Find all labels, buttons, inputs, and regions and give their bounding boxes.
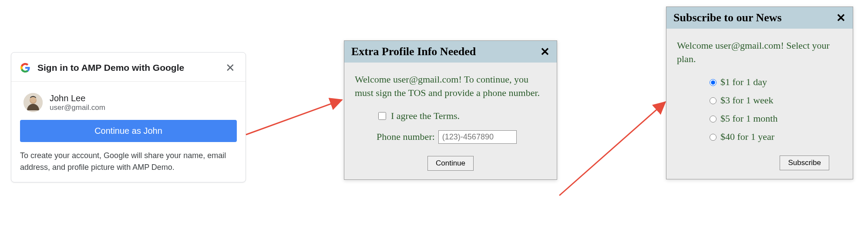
plan-option: $3 for 1 week — [707, 95, 842, 106]
avatar — [24, 93, 43, 112]
svg-line-3 — [246, 100, 342, 135]
google-signin-title: Sign in to AMP Demo with Google — [37, 63, 224, 73]
svg-line-4 — [559, 102, 665, 195]
close-icon[interactable]: ✕ — [540, 46, 550, 57]
plan-label: $3 for 1 week — [720, 95, 774, 106]
profile-dialog-header: Extra Profile Info Needed ✕ — [344, 41, 557, 63]
continue-as-button[interactable]: Continue as John — [20, 120, 237, 142]
profile-welcome-text: Welcome user@gmail.com! To continue, you… — [355, 73, 546, 100]
agree-terms-row: I agree the Terms. — [377, 110, 546, 122]
plan-option: $40 for 1 year — [707, 131, 842, 142]
phone-row: Phone number: — [377, 130, 546, 144]
user-account-row[interactable]: John Lee user@gmail.com — [20, 89, 237, 120]
subscribe-dialog-header: Subscribe to our News ✕ — [666, 7, 853, 29]
plan-option: $5 for 1 month — [707, 113, 842, 124]
user-email: user@gmail.com — [50, 103, 105, 112]
plan-option: $1 for 1 day — [707, 76, 842, 88]
close-icon[interactable]: ✕ — [224, 60, 237, 75]
user-name: John Lee — [50, 93, 105, 103]
continue-button[interactable]: Continue — [427, 156, 474, 171]
phone-input[interactable] — [438, 130, 517, 144]
plan-radio[interactable] — [710, 97, 717, 104]
google-disclaimer: To create your account, Google will shar… — [20, 150, 237, 173]
phone-label: Phone number: — [377, 131, 435, 142]
agree-terms-checkbox[interactable] — [378, 112, 386, 120]
plan-radio[interactable] — [710, 134, 717, 141]
google-signin-card: Sign in to AMP Demo with Google ✕ John L… — [11, 52, 246, 182]
google-logo-icon — [20, 63, 30, 73]
profile-dialog-title: Extra Profile Info Needed — [351, 45, 476, 58]
arrow-icon — [244, 96, 348, 139]
plan-radio[interactable] — [710, 116, 717, 122]
subscribe-button[interactable]: Subscribe — [780, 156, 829, 170]
close-icon[interactable]: ✕ — [836, 12, 846, 23]
profile-info-dialog: Extra Profile Info Needed ✕ Welcome user… — [344, 40, 557, 180]
google-signin-body: John Lee user@gmail.com Continue as John… — [11, 82, 246, 182]
profile-dialog-body: Welcome user@gmail.com! To continue, you… — [344, 63, 557, 179]
arrow-icon — [557, 98, 670, 202]
plan-radio[interactable] — [710, 79, 717, 86]
user-info: John Lee user@gmail.com — [50, 93, 105, 112]
plan-label: $40 for 1 year — [720, 131, 774, 142]
subscribe-dialog-title: Subscribe to our News — [673, 11, 782, 24]
profile-button-row: Continue — [355, 156, 546, 171]
subscribe-welcome-text: Welcome user@gmail.com! Select your plan… — [677, 39, 842, 66]
agree-terms-label: I agree the Terms. — [391, 110, 460, 122]
google-signin-header: Sign in to AMP Demo with Google ✕ — [11, 53, 246, 82]
subscribe-dialog: Subscribe to our News ✕ Welcome user@gma… — [666, 7, 853, 179]
subscribe-dialog-body: Welcome user@gmail.com! Select your plan… — [666, 29, 853, 179]
subscribe-button-row: Subscribe — [677, 156, 842, 170]
plan-label: $1 for 1 day — [720, 76, 767, 88]
plan-list: $1 for 1 day $3 for 1 week $5 for 1 mont… — [707, 76, 842, 142]
plan-label: $5 for 1 month — [720, 113, 777, 124]
